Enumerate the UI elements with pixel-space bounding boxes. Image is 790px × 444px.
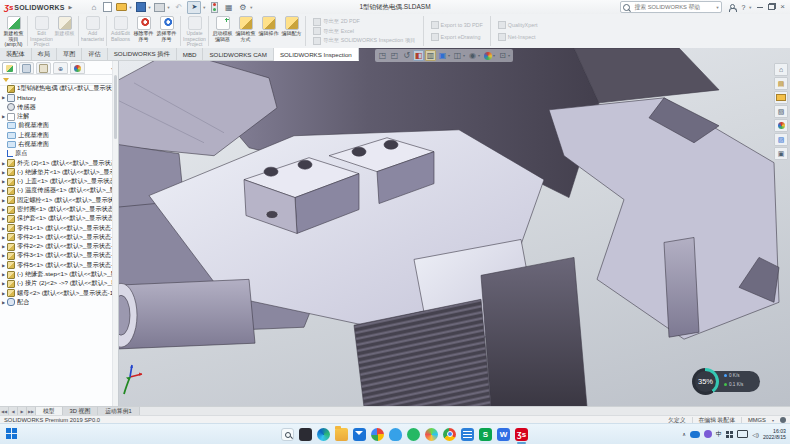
start-button-icon[interactable] <box>6 428 17 439</box>
search-box[interactable]: ▼ <box>620 1 722 13</box>
taskbar-mail-icon[interactable] <box>353 428 366 441</box>
view-orientation-icon[interactable]: ▣ <box>437 50 448 61</box>
tree-item[interactable]: ▶密封圈<1> (默认<<默认>_显示状态-1>) <box>0 205 113 214</box>
minimize-button[interactable] <box>757 7 763 8</box>
view-orientation-caret-icon[interactable]: ▾ <box>448 53 450 58</box>
save-icon[interactable] <box>135 2 146 12</box>
dimxpert-manager-tab[interactable]: ⊕ <box>53 62 68 74</box>
taskbar-chrome-icon[interactable] <box>443 428 456 441</box>
search-caret-icon[interactable]: ▼ <box>715 5 719 10</box>
export-3d-pdf[interactable]: Export to 3D PDF <box>431 21 483 29</box>
tab-sw-inspection[interactable]: SOLIDWORKS Inspection <box>274 48 359 61</box>
ribbon-button-add-edit-balloons[interactable]: Add/Edit Balloons <box>109 14 132 48</box>
ribbon-button-new-template[interactable]: 新建模板 <box>53 14 76 48</box>
ribbon-button-new-inspection-project[interactable]: 新建检查项目 (amp;N) <box>2 14 25 48</box>
export-2d-pdf[interactable]: 导出至 2D PDF <box>313 18 416 26</box>
filter-input[interactable] <box>11 77 115 84</box>
taskbar-s-app-icon[interactable]: S <box>479 428 492 441</box>
hidden-icons-chevron-icon[interactable]: ∧ <box>682 431 686 437</box>
clipping-icon[interactable]: ▥ <box>425 50 436 61</box>
network-monitor-icon[interactable] <box>737 430 748 438</box>
open-caret-icon[interactable]: ▼ <box>128 5 132 10</box>
design-tree-tab[interactable] <box>2 62 17 74</box>
taskbar-file-explorer-icon[interactable] <box>335 428 348 441</box>
tree-item[interactable]: 原点 <box>0 149 113 158</box>
display-style-icon[interactable]: ◫ <box>452 50 463 61</box>
ime-grid-icon[interactable] <box>726 431 733 438</box>
close-button[interactable]: × <box>780 4 785 10</box>
undo-icon[interactable]: ↶ <box>173 2 184 12</box>
solidworks-resources-icon[interactable]: ⌂ <box>774 63 788 76</box>
units-caret-icon[interactable]: ▾ <box>772 418 774 423</box>
ribbon-button-launch-template-editor[interactable]: 启动模板编辑器 <box>211 14 234 48</box>
tree-item[interactable]: 上视基准面 <box>0 130 113 139</box>
scrollbar-thumb[interactable] <box>114 75 117 139</box>
print-caret-icon[interactable]: ▼ <box>166 5 170 10</box>
property-manager-tab[interactable] <box>19 62 34 74</box>
rebuild-icon[interactable] <box>209 2 220 12</box>
taskbar-green-app-icon[interactable] <box>407 428 420 441</box>
taskbar-cloud-app-icon[interactable] <box>389 428 402 441</box>
tree-item[interactable]: ▶零件1<1> (默认<<默认>_显示状态-1>) <box>0 223 113 232</box>
restore-button[interactable] <box>768 4 775 10</box>
graphics-viewport[interactable]: ◳ ◰ ↺ ◧ ▥ ▣▾ ◫▾ ◉▾ ▾ ⊡▾ ⌂ ▤ ▧ ▨ ▣ 35% 0 … <box>119 48 790 407</box>
taskbar-widgets-icon[interactable] <box>299 428 312 441</box>
ribbon-button-update-inspection-project[interactable]: Update Inspection Project <box>183 14 206 48</box>
view-settings-icon[interactable]: ⊡ <box>497 50 508 61</box>
export-excel[interactable]: 导出至 Excel <box>313 27 416 35</box>
tab-sw-cam[interactable]: SOLIDWORKS CAM <box>203 48 273 61</box>
display-style-caret-icon[interactable]: ▾ <box>463 53 465 58</box>
tab-assembly[interactable]: 装配体 <box>0 48 32 61</box>
tab-sketch[interactable]: 草图 <box>57 48 82 61</box>
ribbon-button-edit-operations[interactable]: 编辑操作 <box>257 14 280 48</box>
home-icon[interactable]: ⌂ <box>88 2 99 12</box>
edit-appearance-icon[interactable] <box>482 50 493 61</box>
save-caret-icon[interactable]: ▼ <box>147 5 151 10</box>
tree-item[interactable]: ▶零件2<1> (默认<<默认>_显示状态-1>) <box>0 233 113 242</box>
purple-tray-icon[interactable] <box>704 430 712 438</box>
ribbon-button-remove-balloons[interactable]: 移除零件序号 <box>132 14 155 48</box>
zoom-to-fit-icon[interactable]: ◳ <box>377 50 388 61</box>
hide-show-caret-icon[interactable]: ▾ <box>478 53 480 58</box>
tree-item[interactable]: ▶History <box>0 93 113 102</box>
tree-item[interactable]: ▶零件2<2> (默认<<默认>_显示状态-1>) <box>0 242 113 251</box>
search-input[interactable] <box>632 3 715 11</box>
print-icon[interactable] <box>154 2 165 12</box>
ribbon-button-edit-inspection-methods[interactable]: 编辑检查方式 <box>234 14 257 48</box>
model-3d[interactable] <box>119 48 790 407</box>
tree-scrollbar[interactable] <box>112 61 118 407</box>
view-settings-caret-icon[interactable]: ▾ <box>508 53 510 58</box>
select-caret-icon[interactable]: ▼ <box>202 5 206 10</box>
appearance-caret-icon[interactable]: ▾ <box>493 53 495 58</box>
custom-properties-icon[interactable]: ▨ <box>774 133 788 146</box>
tree-item[interactable]: ▶零件3<1> (默认<<默认>_显示状态-1>) <box>0 251 113 260</box>
tree-item[interactable]: ▶零件5<1> (默认<<默认>_显示状态-1>) <box>0 261 113 270</box>
select-icon[interactable]: ➤ <box>187 1 201 14</box>
taskbar-clock[interactable]: 16:03 2022/8/15 <box>763 428 786 441</box>
tree-item[interactable]: ▶外壳 (2)<1> (默认<<默认>_显示状态-1>) <box>0 158 113 167</box>
file-explorer-icon[interactable] <box>774 91 788 104</box>
taskbar-search-icon[interactable] <box>281 428 294 441</box>
taskbar-wps-icon[interactable]: W <box>497 428 510 441</box>
options-caret-icon[interactable]: ▼ <box>249 5 253 10</box>
new-document-icon[interactable] <box>102 2 113 12</box>
appearances-scenes-icon[interactable] <box>774 119 788 132</box>
open-icon[interactable] <box>116 2 127 12</box>
tree-item[interactable]: ▶(-) 绝缘垫片<1> (默认<<默认>_显示状态-1>) <box>0 168 113 177</box>
display-manager-tab[interactable] <box>70 62 85 74</box>
onedrive-icon[interactable] <box>690 431 700 438</box>
tree-item[interactable]: ▶(-) 温度传感器<1> (默认<<默认>_显示状态-1>) <box>0 186 113 195</box>
section-view-icon[interactable]: ◧ <box>413 50 424 61</box>
file-properties-icon[interactable]: ▦ <box>223 2 234 12</box>
tree-item[interactable]: ▶(-) 接片 (2)<2> ->? (默认<<默认>_显示状态-1>) <box>0 279 113 288</box>
taskbar-notes-app-icon[interactable] <box>461 428 474 441</box>
taskbar-browser-360-icon[interactable] <box>425 428 438 441</box>
zoom-to-area-icon[interactable]: ◰ <box>389 50 400 61</box>
qualityxpert[interactable]: QualityXpert <box>498 21 538 29</box>
tree-item[interactable]: ▶保护套<1> (默认<<默认>_显示状态-1>) <box>0 214 113 223</box>
tab-evaluate[interactable]: 评估 <box>82 48 107 61</box>
ribbon-button-select-balloons[interactable]: 选择零件序号 <box>155 14 178 48</box>
help-icon[interactable]: ? <box>741 4 745 11</box>
tree-item-mates[interactable]: ▶配合 <box>0 298 113 307</box>
options-icon[interactable]: ⚙ <box>237 2 248 12</box>
